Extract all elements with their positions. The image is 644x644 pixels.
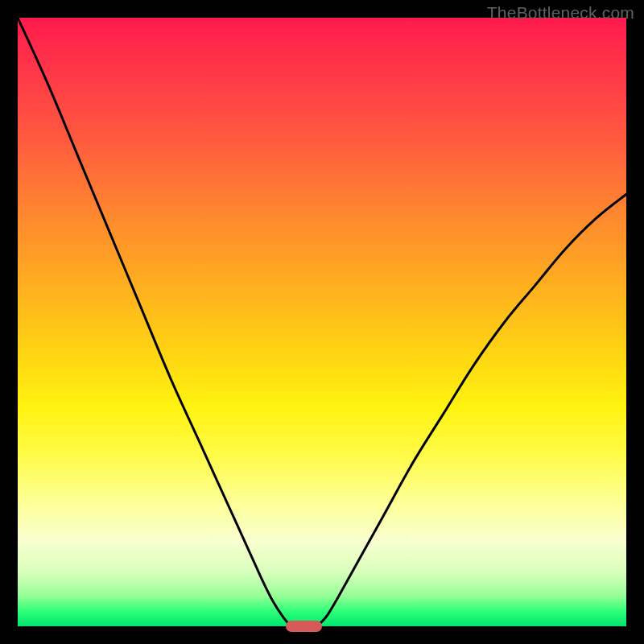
- chart-frame: TheBottleneck.com: [0, 0, 644, 644]
- bottleneck-curves: [18, 18, 626, 626]
- series-right-curve: [316, 194, 626, 626]
- series-left-curve: [18, 18, 291, 626]
- optimal-marker: [286, 621, 322, 632]
- watermark-text: TheBottleneck.com: [487, 3, 634, 23]
